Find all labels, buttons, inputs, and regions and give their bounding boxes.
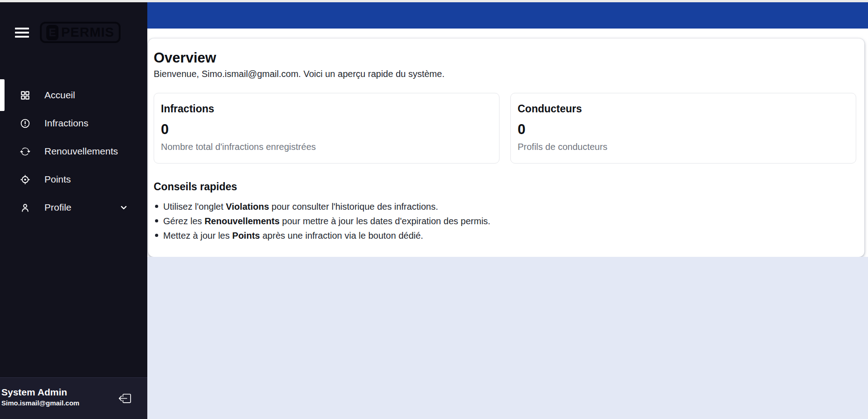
app-layout: E PERMIS Accueil bbox=[0, 2, 868, 419]
sidebar-item-profile[interactable]: Profile bbox=[0, 196, 147, 219]
stats-row: Infractions 0 Nombre total d'infractions… bbox=[154, 93, 856, 164]
stat-card-conducteurs: Conducteurs 0 Profils de conducteurs bbox=[510, 93, 856, 164]
sidebar-item-label: Infractions bbox=[44, 118, 88, 129]
list-item: Utilisez l'onglet Violations pour consul… bbox=[154, 202, 856, 211]
logout-icon bbox=[119, 392, 131, 405]
bullet-dot bbox=[155, 234, 158, 237]
refresh-icon bbox=[20, 146, 30, 157]
crosshair-icon bbox=[20, 174, 30, 185]
chevron-down-icon bbox=[119, 203, 128, 212]
sidebar-item-accueil[interactable]: Accueil bbox=[0, 84, 147, 106]
overview-card: Overview Bienvenue, Simo.ismail@gmail.co… bbox=[148, 39, 864, 257]
sidebar-item-label: Accueil bbox=[44, 90, 75, 101]
stat-card-infractions: Infractions 0 Nombre total d'infractions… bbox=[154, 93, 499, 164]
tips-title: Conseils rapides bbox=[154, 181, 856, 193]
sidebar-item-points[interactable]: Points bbox=[0, 168, 147, 191]
main-area: Overview Bienvenue, Simo.ismail@gmail.co… bbox=[147, 2, 868, 419]
tips-section: Conseils rapides Utilisez l'onglet Viola… bbox=[154, 181, 856, 240]
sidebar-item-renouvellements[interactable]: Renouvellements bbox=[0, 140, 147, 163]
top-bar bbox=[147, 2, 868, 29]
tip-text: Utilisez l'onglet Violations pour consul… bbox=[163, 202, 438, 211]
person-icon bbox=[20, 202, 30, 213]
stat-description: Nombre total d'infractions enregistrées bbox=[161, 142, 490, 152]
tip-text: Gérez les Renouvellements pour mettre à … bbox=[163, 217, 490, 226]
content-area: Overview Bienvenue, Simo.ismail@gmail.co… bbox=[147, 29, 868, 257]
tip-text: Mettez à jour les Points après une infra… bbox=[163, 231, 423, 240]
sidebar-item-label: Renouvellements bbox=[44, 146, 118, 157]
sidebar-nav: Accueil Infractions bbox=[0, 84, 147, 219]
page-background bbox=[147, 257, 868, 419]
sidebar-item-label: Profile bbox=[44, 202, 72, 213]
sidebar-item-infractions[interactable]: Infractions bbox=[0, 112, 147, 135]
alert-circle-icon bbox=[20, 118, 30, 129]
welcome-text: Bienvenue, Simo.ismail@gmail.com. Voici … bbox=[154, 69, 856, 79]
logo-badge-icon: E bbox=[46, 25, 58, 40]
page-title: Overview bbox=[154, 49, 856, 66]
list-item: Mettez à jour les Points après une infra… bbox=[154, 231, 856, 240]
stat-title: Infractions bbox=[161, 103, 490, 115]
logout-button[interactable] bbox=[119, 392, 131, 405]
stat-title: Conducteurs bbox=[518, 103, 847, 115]
stat-value: 0 bbox=[161, 121, 490, 138]
stat-description: Profils de conducteurs bbox=[518, 142, 847, 152]
bullet-dot bbox=[155, 205, 158, 208]
sidebar: E PERMIS Accueil bbox=[0, 2, 147, 419]
stat-value: 0 bbox=[518, 121, 847, 138]
tips-list: Utilisez l'onglet Violations pour consul… bbox=[154, 202, 856, 240]
sidebar-footer: System Admin Simo.ismail@gmail.com bbox=[0, 377, 147, 419]
app-logo: E PERMIS bbox=[40, 22, 121, 43]
logo-text: PERMIS bbox=[61, 25, 114, 40]
bullet-dot bbox=[155, 219, 158, 222]
active-indicator bbox=[0, 79, 5, 111]
sidebar-item-label: Points bbox=[44, 174, 71, 185]
grid-icon bbox=[20, 90, 30, 101]
sidebar-header: E PERMIS bbox=[0, 2, 147, 43]
list-item: Gérez les Renouvellements pour mettre à … bbox=[154, 217, 856, 226]
hamburger-menu-icon[interactable] bbox=[15, 28, 29, 38]
